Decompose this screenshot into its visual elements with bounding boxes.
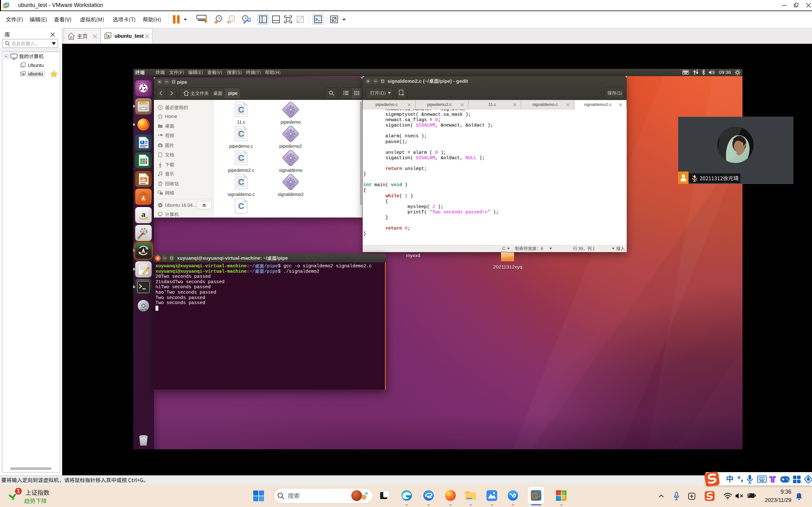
svg-text:C: C <box>238 177 244 187</box>
svg-text:C: C <box>238 153 244 163</box>
svg-text:C: C <box>238 201 244 211</box>
svg-text:a: a <box>142 210 146 219</box>
svg-text:C: C <box>238 129 244 138</box>
svg-text:C: C <box>238 105 244 114</box>
svg-text:DVD: DVD <box>139 308 147 312</box>
